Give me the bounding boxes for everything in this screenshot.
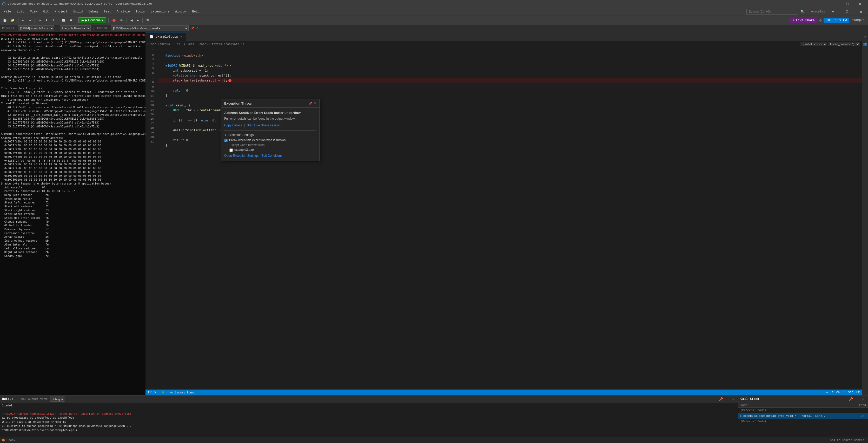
output-content[interactable]: loaded. ================================… (0, 403, 738, 437)
terminal-line: Thread T1 created by T0 here: (1, 101, 145, 105)
toolbar-restart-btn[interactable]: 🔄 (60, 17, 67, 24)
menu-analyze[interactable]: Analyze (114, 9, 132, 14)
toolbar-debug-step-over[interactable]: ⏭ (37, 17, 43, 24)
menu-build[interactable]: Build (71, 9, 85, 14)
menu-window[interactable]: Window (173, 9, 189, 14)
breadcrumb-function-selector[interactable]: thread_proc(void *) (828, 42, 860, 46)
menu-view[interactable]: View (28, 9, 40, 14)
toolbar-breakpoint-btn[interactable]: 🔴 (111, 17, 118, 24)
team-explorer-btn[interactable]: 👥 (862, 41, 867, 46)
code-line-9: return 0; (158, 88, 862, 93)
menu-git[interactable]: Git (40, 9, 52, 14)
menu-close-button[interactable]: ✕ (855, 8, 867, 15)
exception-bottom-links: Open Exception Settings | Edit Condition… (224, 154, 316, 158)
call-stack-active-row[interactable]: ▶ example3.exe!thread_proc(void * __form… (738, 413, 868, 419)
output-tab-label[interactable]: Output (2, 397, 13, 401)
error-indicator (228, 79, 231, 82)
call-stack-tab-label[interactable]: Call Stack (740, 397, 759, 401)
call-stack-content[interactable]: Name Lang [External Code] ▶ example3.exe… (738, 403, 868, 437)
terminal-line: Intra object redzone: bb (1, 239, 145, 243)
menu-maximize-button[interactable]: □ (841, 8, 853, 15)
terminal-line: Partially addressable: 01 02 03 04 05 06… (1, 189, 145, 193)
toolbar-debug-step-out[interactable]: ⬆ (51, 17, 56, 24)
terminal-line: Stack after return: f5 (1, 212, 145, 216)
status-bar: 111 % | ✓ No issues found Ln: 7 Ch: 1 SP… (146, 389, 862, 395)
toolbar-redo-btn[interactable]: ↪ (27, 17, 32, 24)
search-input[interactable] (746, 9, 798, 14)
call-stack-close-btn[interactable]: ✕ (860, 396, 866, 402)
breadcrumb-function[interactable]: thread_proc(void *) (212, 42, 244, 46)
menu-debug[interactable]: Debug (86, 9, 100, 14)
solution-explorer-btn[interactable]: ⊞ (862, 34, 867, 39)
toolbar-stop-btn[interactable]: ⏹ (68, 17, 74, 24)
output-panel: Output Show output from: Debug Build 📌 ─… (0, 396, 738, 437)
process-selector[interactable]: [19924] example3.exe (18, 26, 54, 31)
continue-play-icon: ▶ (82, 19, 84, 22)
continue-button[interactable]: ▶ ▶ Continue ▾ (79, 17, 106, 23)
call-stack-minimize-btn[interactable]: ─ (854, 396, 860, 402)
example3-exe-checkbox[interactable] (229, 148, 233, 152)
menu-tools[interactable]: Tools (133, 9, 148, 14)
toolbar-debug-step-in[interactable]: ⬇ (44, 17, 49, 24)
menu-extensions[interactable]: Extensions (148, 9, 172, 14)
terminal-panel[interactable]: ==>19924==ERROR: AddressSanitizer: stack… (0, 32, 146, 395)
menu-file[interactable]: File (1, 9, 14, 14)
output-panel-pin-btn[interactable]: 📌 (718, 396, 723, 402)
terminal-line: Left alloca redzone: ca (1, 246, 145, 250)
exception-close-icon[interactable]: ✕ (314, 102, 316, 105)
open-exception-settings-link[interactable]: Open Exception Settings (224, 154, 258, 158)
int-preview-button[interactable]: INT PREVIEW (824, 18, 849, 23)
toolbar-save-btn[interactable]: 💾 (2, 17, 8, 24)
start-live-share-link[interactable]: Start Live Share session... (247, 124, 283, 127)
breadcrumb-scope-selector[interactable]: (Global Scope) (801, 42, 827, 46)
example-check-row: example3.exe (229, 148, 316, 152)
debug-bar-settings-icon[interactable]: ⚙ (196, 27, 198, 30)
breadcrumb-global-scope[interactable]: (Global Scope) (184, 42, 208, 46)
menu-test[interactable]: Test (101, 9, 114, 14)
lifecycle-selector[interactable]: Lifecycle Events ▾ (60, 26, 91, 31)
cs-external-bottom-text: [External Code] (740, 420, 866, 423)
terminal-line: #4 0x777075f3 (C:\WINDOWS\System32\ntdll… (1, 64, 145, 67)
copy-details-link[interactable]: Copy Details (224, 124, 242, 127)
close-button[interactable]: ✕ (854, 0, 866, 8)
call-stack-pin-btn[interactable]: 📌 (848, 396, 854, 402)
menu-edit[interactable]: Edit (14, 9, 27, 14)
cs-active-row-lang: C++ (850, 414, 866, 417)
toolbar-nav-fwd[interactable]: ▶ (135, 17, 140, 24)
output-panel-close-btn[interactable]: ✕ (730, 396, 736, 402)
terminal-line: 0x3077ff80: 00 00 00 00 00 00 00 00 00 0… (1, 140, 145, 143)
toolbar-undo-btn[interactable]: ↩ (21, 17, 26, 24)
settings-triangle-icon[interactable]: ▼ (224, 134, 227, 137)
pin-icon[interactable]: 📌 (191, 27, 194, 30)
menu-minimize-button[interactable]: ─ (827, 8, 839, 15)
menu-help[interactable]: Help (189, 9, 202, 14)
terminal-line: Address 0x03bffe5f is located in stack o… (1, 75, 145, 79)
toolbar-settings-icon[interactable]: ⚙ (819, 18, 822, 23)
output-line: at pc 0x004a125e bp 0x03bffe3c sp 0x03bf… (2, 416, 736, 420)
tab-example3-cpp[interactable]: 📄 example3.cpp ✕ (146, 32, 186, 41)
maximize-button[interactable]: □ (841, 0, 854, 8)
menu-project[interactable]: Project (52, 9, 70, 14)
live-share-button[interactable]: ⚡ Live Share (789, 18, 817, 23)
code-editor[interactable]: 1 2 3 4 5 6 7 8 9 10 11 12 13 14 15 16 1… (146, 47, 862, 389)
toolbar-find-btn[interactable]: 🔍 (145, 17, 152, 24)
minimize-button[interactable]: ─ (829, 0, 841, 8)
output-filter-selector[interactable]: Debug Build (50, 397, 64, 402)
output-panel-minimize-btn[interactable]: ─ (724, 396, 730, 402)
exception-pin-icon[interactable]: 📌 (309, 102, 312, 105)
add-to-source-control-label[interactable]: Add to Source Control (830, 439, 866, 442)
code-content[interactable]: #include <windows.h> ▼DWORD WINAPI threa… (156, 47, 862, 389)
search-icon[interactable]: 🔍 (801, 10, 805, 14)
output-header: Output Show output from: Debug Build 📌 ─… (0, 396, 738, 403)
tab-close-button[interactable]: ✕ (180, 35, 182, 39)
toolbar-nav-back[interactable]: ◀ (129, 17, 134, 24)
edit-conditions-link[interactable]: Edit Conditions (261, 154, 282, 158)
toolbar-watch-btn[interactable]: 👁 (119, 17, 124, 24)
terminal-line: WRITE of size 1 at 0x03bffe5f thread T1 (1, 37, 145, 41)
thread-selector[interactable]: [13508] example3.exe!asan_thread ▾ (111, 26, 189, 31)
terminal-line: 0x30780000: 00 00 00 00 00 00 00 00 00 0… (1, 174, 145, 178)
title-bar-path: C:\MSDN\cpp-docs-pr\docs\c-language\ASAN… (8, 2, 152, 5)
break-when-checkbox[interactable] (224, 139, 227, 142)
toolbar-open-btn[interactable]: 📁 (9, 17, 16, 24)
breadcrumb-misc-files[interactable]: Miscellaneous Files (148, 42, 180, 46)
